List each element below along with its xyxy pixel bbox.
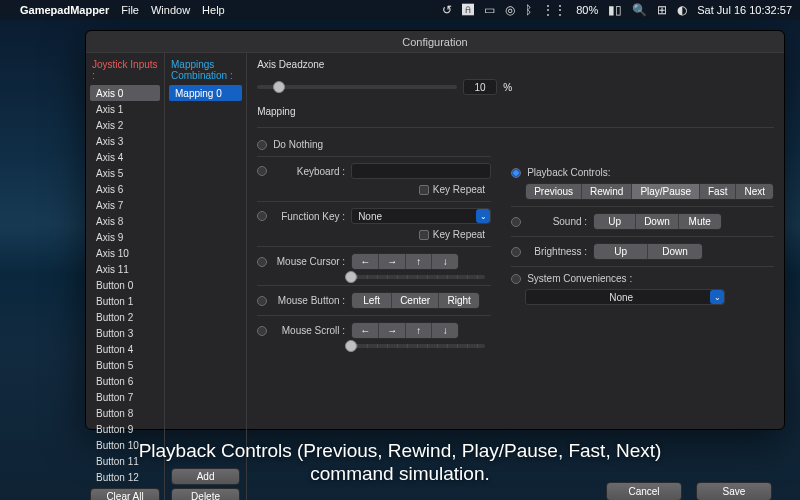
mappings-list[interactable]: Mapping 0 [169,85,242,465]
joystick-item[interactable]: Axis 10 [90,245,160,261]
chevron-down-icon: ⌄ [476,209,490,223]
delete-button[interactable]: Delete [171,488,240,500]
mouse-scroll-label: Mouse Scroll : [273,325,345,336]
joystick-item[interactable]: Axis 0 [90,85,160,101]
segment[interactable]: Previous [526,184,582,199]
app-name[interactable]: GamepadMapper [20,4,109,16]
radio-brightness[interactable] [511,247,521,257]
function-repeat-label: Key Repeat [433,229,485,240]
display-icon[interactable]: ▭ [484,3,495,17]
radio-sysconv[interactable] [511,274,521,284]
axis-deadzone-unit: % [503,82,512,93]
keyboard-repeat-checkbox[interactable] [419,185,429,195]
menu-file[interactable]: File [121,4,139,16]
joystick-item[interactable]: Axis 5 [90,165,160,181]
joystick-item[interactable]: Axis 7 [90,197,160,213]
segment[interactable]: Center [392,293,439,308]
bluetooth-icon[interactable]: ᛒ [525,3,532,17]
siri-icon[interactable]: ◐ [677,3,687,17]
mouse-cursor-seg[interactable]: ←→↑↓ [351,253,459,270]
segment[interactable]: Rewind [582,184,632,199]
control-center-icon[interactable]: ⊞ [657,3,667,17]
joystick-item[interactable]: Button 7 [90,389,160,405]
clear-all-button[interactable]: Clear All [90,488,160,500]
joystick-item[interactable]: Button 6 [90,373,160,389]
mouse-scroll-speed-slider[interactable] [345,344,485,348]
segment[interactable]: Fast [700,184,736,199]
config-window: Configuration Joystick Inputs : Axis 0Ax… [85,30,785,430]
segment[interactable]: Down [636,214,679,229]
airdrop-icon[interactable]: ◎ [505,3,515,17]
joystick-item[interactable]: Button 0 [90,277,160,293]
sound-seg[interactable]: UpDownMute [593,213,722,230]
joystick-item[interactable]: Axis 4 [90,149,160,165]
segment[interactable]: Down [648,244,702,259]
joystick-item[interactable]: Button 8 [90,405,160,421]
radio-mouse-cursor[interactable] [257,257,267,267]
segment[interactable]: ↑ [406,323,432,338]
caption-line-1: Playback Controls (Previous, Rewind, Pla… [0,439,800,463]
function-key-value: None [358,211,382,222]
segment[interactable]: ↓ [432,323,458,338]
joystick-item[interactable]: Button 3 [90,325,160,341]
mapping-item[interactable]: Mapping 0 [169,85,242,101]
segment[interactable]: ↑ [406,254,432,269]
radio-do-nothing[interactable] [257,140,267,150]
joystick-item[interactable]: Button 1 [90,293,160,309]
segment[interactable]: Left [352,293,392,308]
menu-help[interactable]: Help [202,4,225,16]
joystick-item[interactable]: Button 2 [90,309,160,325]
radio-mouse-scroll[interactable] [257,326,267,336]
joystick-item[interactable]: Axis 9 [90,229,160,245]
joystick-item[interactable]: Axis 11 [90,261,160,277]
segment[interactable]: Next [736,184,773,199]
joystick-item[interactable]: Axis 8 [90,213,160,229]
playback-seg[interactable]: PreviousRewindPlay/PauseFastNext [525,183,774,200]
wifi-icon[interactable]: ⋮⋮ [542,3,566,17]
menu-window[interactable]: Window [151,4,190,16]
radio-sound[interactable] [511,217,521,227]
axis-deadzone-slider[interactable] [257,85,457,89]
battery-text[interactable]: 80% [576,4,598,16]
joystick-item[interactable]: Axis 2 [90,117,160,133]
radio-mouse-button[interactable] [257,296,267,306]
sysconv-select[interactable]: None ⌄ [525,289,725,305]
joystick-item[interactable]: Axis 3 [90,133,160,149]
segment[interactable]: Right [439,293,479,308]
brightness-seg[interactable]: UpDown [593,243,703,260]
segment[interactable]: Up [594,244,648,259]
mappings-header: Mappings Combination : [171,59,240,81]
mouse-button-label: Mouse Button : [273,295,345,306]
clock-text: Sat Jul 16 10:32:57 [697,4,792,16]
axis-deadzone-value[interactable]: 10 [463,79,497,95]
joystick-item[interactable]: Button 4 [90,341,160,357]
joystick-item[interactable]: Axis 1 [90,101,160,117]
segment[interactable]: ← [352,254,379,269]
segment[interactable]: → [379,254,406,269]
mouse-cursor-speed-slider[interactable] [345,275,485,279]
caption-line-2: command simulation. [0,462,800,486]
history-icon[interactable]: ↺ [442,3,452,17]
segment[interactable]: Up [594,214,636,229]
battery-icon[interactable]: ▮▯ [608,3,622,17]
joystick-item[interactable]: Button 5 [90,357,160,373]
joystick-inputs-list[interactable]: Axis 0Axis 1Axis 2Axis 3Axis 4Axis 5Axis… [90,85,160,485]
mouse-button-seg[interactable]: LeftCenterRight [351,292,480,309]
keyboard-field[interactable] [351,163,491,179]
function-key-select[interactable]: None ⌄ [351,208,491,224]
radio-function-key[interactable] [257,211,267,221]
segment[interactable]: → [379,323,406,338]
radio-playback[interactable] [511,168,521,178]
function-repeat-checkbox[interactable] [419,230,429,240]
search-icon[interactable]: 🔍 [632,3,647,17]
segment[interactable]: Mute [679,214,721,229]
segment[interactable]: ← [352,323,379,338]
joystick-item[interactable]: Button 9 [90,421,160,437]
input-icon[interactable]: 🅰 [462,3,474,17]
segment[interactable]: ↓ [432,254,458,269]
segment[interactable]: Play/Pause [632,184,700,199]
radio-keyboard[interactable] [257,166,267,176]
joystick-item[interactable]: Axis 6 [90,181,160,197]
mouse-scroll-seg[interactable]: ←→↑↓ [351,322,459,339]
mouse-cursor-label: Mouse Cursor : [273,256,345,267]
